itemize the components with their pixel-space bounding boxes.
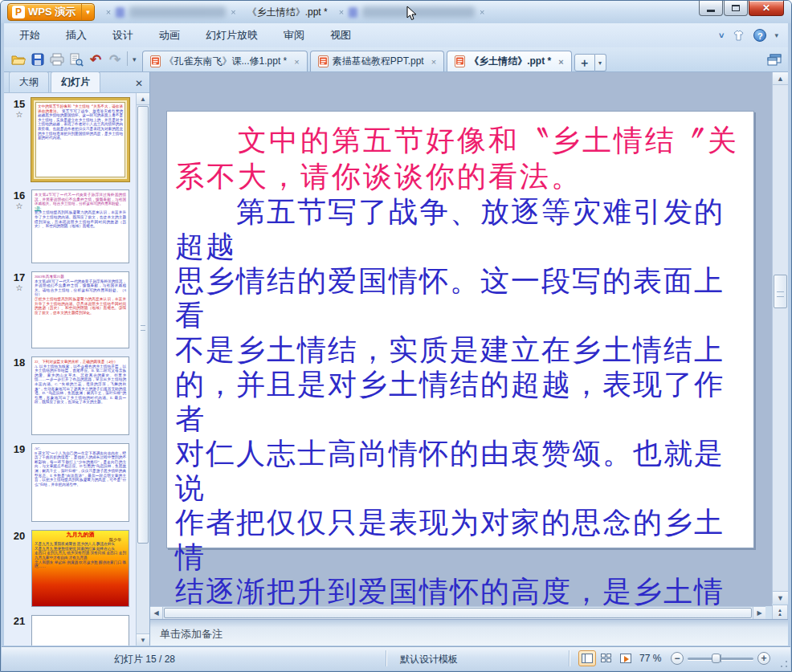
open-button[interactable] [9, 50, 28, 69]
notes-placeholder: 单击添加备注 [160, 628, 222, 640]
scroll-up-icon[interactable]: ▲ [137, 93, 149, 105]
ppt-file-icon [150, 55, 161, 67]
new-tab-button[interactable]: ＋ [574, 54, 595, 71]
doc-tab-kongque[interactable]: 《孔雀东南飞》课...修1.ppt * × [142, 51, 308, 71]
thumbnail-row-21[interactable]: 21 [7, 615, 136, 646]
scroll-up-icon[interactable]: ▲ [773, 72, 788, 85]
doc-tab-close-icon[interactable]: × [431, 57, 436, 67]
app-button-dropdown-icon[interactable]: ▾ [81, 4, 94, 20]
previous-slide-button[interactable]: ▲ ▲ [772, 605, 788, 620]
minimize-button[interactable] [699, 1, 723, 16]
window-arrange-button[interactable] [767, 54, 788, 66]
titlebar-active-doc-title[interactable]: 《乡土情结》.ppt * [241, 6, 334, 19]
menu-design[interactable]: 设计 [102, 25, 144, 46]
slide-thumbnail[interactable]: 22、下列对这篇文章的赏析，正确的两项是（4分） A. 以乡土情结为线索，以不会… [31, 356, 129, 435]
skin-shirt-icon[interactable] [732, 30, 745, 42]
redacted-tab-close-icon[interactable]: × [339, 7, 344, 17]
redacted-tab-close-icon[interactable]: × [480, 7, 484, 17]
design-template-label[interactable]: 默认设计模板 [400, 653, 458, 666]
menu-view[interactable]: 视图 [320, 25, 361, 46]
thumbnail-row-19[interactable]: 19 AC. B 课文写“一个人为自己的一生定下基调去向去内在，经历了千曲百折的… [7, 443, 136, 522]
collapse-ribbon-icon[interactable]: ˅ [719, 31, 724, 40]
thumb-list-text: ①把乡土情结提高到民族凝聚力的高度来认识，丰富并升华了乡土情结的内涵。②具体说明… [35, 297, 126, 315]
tab-outline[interactable]: 大纲 [9, 71, 49, 92]
redo-icon: ↷ [109, 51, 120, 68]
slide-title-text[interactable]: 文中的第五节好像和〝乡土情结〞关 系不大，请你谈谈你的看法。 [175, 123, 745, 195]
redacted-tab-close-icon[interactable]: × [106, 7, 111, 17]
slide-body-text[interactable]: 第五节写了战争、放逐等灾难引发的超越 思乡情结的爱国情怀。这一段写的表面上看 不… [175, 195, 745, 606]
current-slide[interactable]: 文中的第五节好像和〝乡土情结〞关 系不大，请你谈谈你的看法。 第五节写了战争、放… [166, 111, 754, 548]
maximize-button[interactable] [724, 1, 748, 16]
doc-tab-close-icon[interactable]: × [294, 57, 299, 67]
slide-thumbnail[interactable]: 本文第4节写了一代又一代炎黄子孙浮洋过海外居的情况，并简要说明他们不忘桑梓之情，… [31, 189, 129, 263]
vertical-scrollbar[interactable]: ▲ ▼ [772, 72, 788, 604]
slide-counter: 幻灯片 15 / 28 [114, 653, 175, 666]
thumbnail-row-15[interactable]: 15 ☆ 文中的第五节好像和〝乡土情结〞关系不大，请你谈谈你的看法。 第五节写了… [7, 98, 136, 181]
slide-number: 21 [7, 615, 31, 627]
panel-tabs: 大纲 幻灯片 ✕ [4, 72, 149, 93]
scroll-down-icon[interactable]: ▼ [773, 591, 788, 604]
zoom-slider-knob[interactable] [712, 654, 721, 663]
thumb-body-text: 把乡土情结提高到民族凝聚力的高度来认识，丰富并升华了乡土情结的内涵。既照应了前文… [35, 210, 126, 228]
statusbar-separator [569, 650, 570, 666]
new-tab-dropdown-icon[interactable]: ▾ [595, 54, 606, 71]
panel-scrollbar[interactable]: ▲ ▼ [136, 93, 149, 646]
normal-view-button[interactable] [578, 650, 596, 666]
doc-tab-xiangtu-active[interactable]: 《乡土情结》.ppt * × [447, 51, 571, 71]
vertical-scrollbar-thumb[interactable] [774, 275, 787, 308]
redacted-tab[interactable] [362, 6, 475, 18]
menu-home[interactable]: 开始 [9, 25, 51, 46]
tab-slides[interactable]: 幻灯片 [51, 71, 100, 92]
print-button[interactable] [47, 50, 67, 69]
thumbnail-row-18[interactable]: 18 22、下列对这篇文章的赏析，正确的两项是（4分） A. 以乡土情结为线索，… [7, 356, 136, 435]
thumbnail-row-17[interactable]: 17 ☆ 2003年高考第21题 本文第4段写了一代又一代的炎黄子孙浮海外洋的情… [7, 271, 136, 348]
printer-icon [50, 53, 64, 66]
menu-insert[interactable]: 插入 [55, 25, 97, 46]
slide-canvas[interactable]: 文中的第五节好像和〝乡土情结〞关 系不大，请你谈谈你的看法。 第五节写了战争、放… [150, 72, 772, 606]
status-bar: 幻灯片 15 / 28 默认设计模板 77 % − + [2, 646, 790, 670]
menu-slideshow[interactable]: 幻灯片放映 [195, 25, 268, 46]
close-button[interactable]: ✕ [749, 1, 784, 16]
zoom-out-button[interactable]: − [671, 652, 684, 665]
save-button[interactable] [28, 50, 47, 69]
thumbnail-row-16[interactable]: 16 ☆ 本文第4节写了一代又一代炎黄子孙浮洋过海外居的情况，并简要说明他们不忘… [7, 189, 136, 263]
redacted-tab[interactable] [129, 6, 226, 18]
scroll-down-icon[interactable]: ▼ [137, 633, 149, 646]
slide-thumbnail[interactable]: AC. B 课文写“一个人为自己的一生定下基调去向去内在，经历了千曲百折的境遇”… [31, 443, 129, 522]
thumbnail-row-20[interactable]: 20 九月九的酒 陈少华 又是九月九 重阳夜难聚首 思乡的人儿 飘流在外头 又是… [7, 530, 136, 607]
slide-sorter-view-button[interactable] [598, 650, 615, 666]
slide-thumbnail[interactable]: 2003年高考第21题 本文第4段写了一代又一代的炎黄子孙浮海外洋的情况，并说明… [31, 271, 129, 348]
thumb-num-col: 16 ☆ [7, 189, 31, 263]
panel-close-icon[interactable]: ✕ [135, 78, 143, 89]
scroll-right-icon[interactable]: ▶ [753, 607, 765, 619]
thumb-body-text: 第五节写了战争、放逐等灾难引发的超越思乡情结的爱国情怀。这一段写的表面上看不是乡… [38, 109, 123, 141]
zoom-slider-midpoint [721, 654, 721, 662]
notes-area[interactable]: 单击添加备注 [150, 619, 788, 646]
quick-access-dropdown-icon[interactable]: ▾ [130, 55, 139, 63]
slide-thumbnail-selected[interactable]: 文中的第五节好像和〝乡土情结〞关系不大，请你谈谈你的看法。 第五节写了战争、放逐… [31, 98, 129, 181]
help-dropdown-icon[interactable]: ▾ [774, 31, 778, 39]
menu-animation[interactable]: 动画 [149, 25, 190, 46]
thumb-head-text: AC. [35, 446, 41, 450]
slideshow-button[interactable] [617, 650, 635, 666]
slide-thumbnail[interactable]: 九月九的酒 陈少华 又是九月九 重阳夜难聚首 思乡的人儿 飘流在外头 又是九月九… [31, 530, 129, 607]
resize-grip[interactable] [780, 660, 788, 668]
print-preview-button[interactable] [67, 50, 86, 69]
wps-app-button[interactable]: P WPS 演示 ▾ [7, 3, 95, 21]
doc-tab-sumiao[interactable]: 素描基础教程PPT.ppt × [310, 51, 444, 71]
redo-button[interactable]: ↷ [105, 50, 125, 69]
horizontal-scrollbar[interactable]: ◀ ▶ [150, 606, 765, 619]
thumb-body-text: A. 以乡土情结为线索，以不会褪色的乡土情结开篇，以乡土情结的升华结篇，首尾呼应… [35, 365, 126, 405]
panel-scrollbar-thumb[interactable] [137, 106, 149, 544]
undo-button[interactable]: ↶ [86, 50, 105, 69]
redacted-tab-close-icon[interactable]: × [231, 7, 235, 17]
scroll-left-icon[interactable]: ◀ [150, 607, 163, 619]
help-icon[interactable]: ? [753, 29, 766, 42]
horizontal-scrollbar-thumb[interactable] [164, 608, 752, 618]
window-controls: ✕ [698, 1, 784, 16]
zoom-in-button[interactable]: + [757, 652, 770, 665]
doc-tab-close-icon[interactable]: × [558, 57, 563, 67]
menu-review[interactable]: 审阅 [273, 25, 315, 46]
slide-thumbnail[interactable] [31, 615, 129, 646]
slide-number: 15 [7, 98, 31, 110]
